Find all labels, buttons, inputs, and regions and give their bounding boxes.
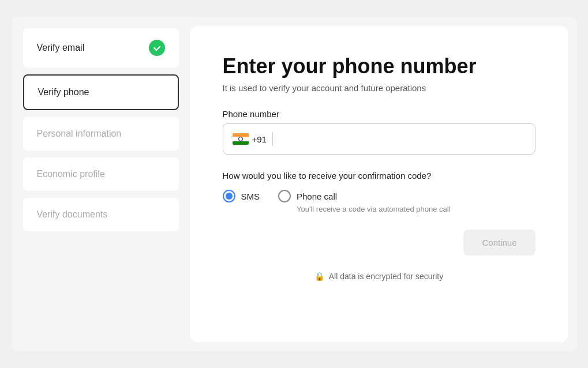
sidebar-item-label: Economic profile bbox=[37, 169, 105, 179]
sidebar-item-label: Verify email bbox=[37, 43, 85, 53]
panel-title: Enter your phone number bbox=[223, 54, 535, 78]
flag-stripe-green bbox=[233, 141, 249, 145]
radio-btn-sms[interactable] bbox=[223, 190, 235, 202]
sidebar-item-economic-profile[interactable]: Economic profile bbox=[23, 157, 179, 191]
actions-row: Continue bbox=[223, 230, 535, 256]
panel-subtitle: It is used to verify your account and fu… bbox=[223, 83, 535, 93]
radio-sublabel-phone-call: You'll receive a code via automated phon… bbox=[297, 205, 451, 213]
continue-button[interactable]: Continue bbox=[463, 230, 535, 256]
sidebar-item-label: Personal information bbox=[37, 129, 122, 139]
phone-input[interactable] bbox=[279, 134, 526, 144]
phone-field-group: Phone number +91 bbox=[223, 109, 535, 155]
radio-options: SMS Phone call You'll receive a code via… bbox=[223, 190, 535, 213]
page-container: Verify email Verify phone Personal infor… bbox=[12, 17, 577, 351]
sidebar-item-personal-information[interactable]: Personal information bbox=[23, 117, 179, 151]
sidebar-item-verify-phone[interactable]: Verify phone bbox=[23, 74, 179, 110]
sidebar-item-verify-documents[interactable]: Verify documents bbox=[23, 198, 179, 231]
flag-wrapper: +91 bbox=[233, 133, 267, 145]
content-panel: Enter your phone number It is used to ve… bbox=[190, 26, 568, 342]
confirmation-section: How would you like to receive your confi… bbox=[223, 171, 535, 213]
radio-option-phone-call[interactable]: Phone call You'll receive a code via aut… bbox=[278, 190, 451, 213]
radio-option-phone-call-row: Phone call bbox=[278, 190, 337, 202]
input-divider bbox=[272, 132, 273, 146]
ashoka-chakra bbox=[238, 137, 243, 141]
india-flag bbox=[233, 133, 249, 145]
radio-btn-phone-call[interactable] bbox=[278, 190, 291, 202]
flag-stripe-white bbox=[233, 137, 249, 141]
sidebar-item-verify-email[interactable]: Verify email bbox=[23, 28, 179, 67]
radio-label-phone-call: Phone call bbox=[297, 191, 337, 201]
radio-label-sms: SMS bbox=[241, 191, 260, 201]
radio-option-sms[interactable]: SMS bbox=[223, 190, 260, 202]
phone-field-label: Phone number bbox=[223, 109, 535, 119]
sidebar-item-label: Verify phone bbox=[38, 87, 89, 97]
confirmation-question: How would you like to receive your confi… bbox=[223, 171, 535, 181]
sidebar-item-label: Verify documents bbox=[37, 209, 108, 220]
security-note: 🔒 All data is encrypted for security bbox=[223, 272, 535, 281]
lock-icon: 🔒 bbox=[314, 272, 324, 281]
panel-header: Enter your phone number It is used to ve… bbox=[223, 54, 535, 93]
check-icon bbox=[149, 40, 165, 56]
phone-input-wrapper: +91 bbox=[223, 123, 535, 155]
sidebar: Verify email Verify phone Personal infor… bbox=[12, 17, 190, 351]
country-code: +91 bbox=[252, 134, 267, 144]
security-text: All data is encrypted for security bbox=[329, 272, 443, 281]
